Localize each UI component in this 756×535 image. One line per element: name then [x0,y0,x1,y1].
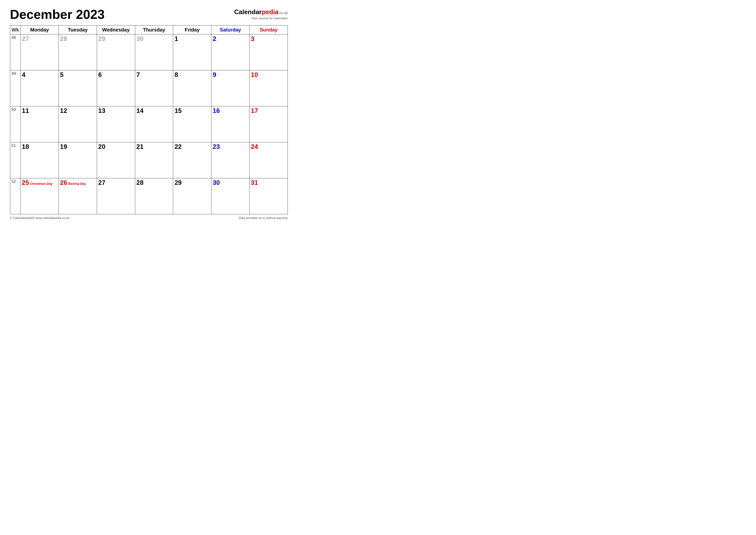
holiday-label: Christmas Day [30,182,53,185]
col-header-friday: Friday [173,26,211,35]
day-number: 28 [60,36,67,42]
day-cell: 4 [20,70,59,106]
col-header-thursday: Thursday [135,26,173,35]
day-cell: 30 [211,178,249,214]
day-cell: 8 [173,70,211,106]
day-cell: 12 [59,106,97,142]
day-cell: 13 [97,106,135,142]
day-cell: 29 [173,178,211,214]
day-cell: 27 [97,178,135,214]
day-cell: 7 [135,70,173,106]
day-cell: 28 [135,178,173,214]
holiday-label: Boxing Day [68,182,86,185]
day-cell: 16 [211,106,249,142]
logo-url: .co.uk [278,11,288,15]
col-header-tuesday: Tuesday [59,26,97,35]
footer: © Calendarpedia® www.calendarpedia.co.uk… [10,216,288,220]
day-number: 16 [213,107,220,114]
day-cell: 29 [97,35,135,70]
logo: Calendarpedia.co.uk Your source for cale… [234,8,288,20]
day-cell: 19 [59,142,97,178]
day-cell: 28 [59,35,97,70]
day-number: 27 [98,179,105,186]
day-cell: 6 [97,70,135,106]
day-cell: 25Christmas Day [20,178,59,214]
day-number: 23 [213,143,220,150]
col-header-saturday: Saturday [211,26,249,35]
day-number: 4 [22,71,25,78]
day-cell: 31 [249,178,288,214]
week-number: 52 [10,178,20,214]
calendar: Wk Monday Tuesday Wednesday Thursday Fri… [10,25,288,214]
day-number: 29 [98,36,105,42]
day-number: 27 [22,36,29,42]
col-header-monday: Monday [20,26,59,35]
day-number: 24 [251,143,258,150]
day-number: 15 [174,107,182,114]
day-number: 19 [60,143,67,150]
day-cell: 14 [135,106,173,142]
day-number: 14 [136,107,144,114]
day-cell: 18 [20,142,59,178]
day-cell: 1 [173,35,211,70]
day-number: 17 [251,107,258,114]
col-header-wednesday: Wednesday [97,26,135,35]
day-number: 20 [98,143,105,150]
week-number: 48 [10,35,20,70]
day-number: 22 [174,143,182,150]
day-number: 18 [22,143,29,150]
col-header-sunday: Sunday [249,26,288,35]
day-number: 29 [174,179,182,186]
day-number: 11 [22,107,29,114]
day-cell: 20 [97,142,135,178]
day-cell: 10 [249,70,288,106]
day-cell: 24 [249,142,288,178]
logo-brand: pedia [262,8,278,15]
day-cell: 2 [211,35,249,70]
day-cell: 5 [59,70,97,106]
day-number: 2 [213,36,216,42]
week-number: 49 [10,70,20,106]
day-cell: 3 [249,35,288,70]
day-cell: 30 [135,35,173,70]
disclaimer: Data provided 'as is' without warranty [239,216,288,220]
logo-sub: Your source for calendars [234,16,288,20]
day-cell: 21 [135,142,173,178]
day-number: 28 [136,179,144,186]
day-number: 13 [98,107,105,114]
week-number: 51 [10,142,20,178]
day-number: 8 [174,71,178,78]
month-title: December 2023 [10,8,105,21]
day-number: 26 [60,179,67,186]
header: December 2023 Calendarpedia.co.uk Your s… [10,8,288,21]
day-number: 6 [98,71,102,78]
day-number: 12 [60,107,67,114]
day-cell: 26Boxing Day [59,178,97,214]
logo-main: Calendarpedia.co.uk [234,8,288,16]
week-number: 50 [10,106,20,142]
day-number: 30 [136,36,144,42]
day-cell: 23 [211,142,249,178]
day-number: 10 [251,71,258,78]
day-number: 3 [251,36,254,42]
day-cell: 17 [249,106,288,142]
day-cell: 9 [211,70,249,106]
day-number: 7 [136,71,140,78]
day-cell: 27 [20,35,59,70]
day-number: 31 [251,179,258,186]
day-number: 30 [213,179,220,186]
day-number: 1 [174,36,178,42]
day-cell: 22 [173,142,211,178]
day-number: 5 [60,71,64,78]
day-number: 9 [213,71,216,78]
day-number: 25 [22,179,29,186]
col-header-wk: Wk [10,26,20,35]
copyright: © Calendarpedia® www.calendarpedia.co.uk [10,216,69,220]
day-cell: 15 [173,106,211,142]
day-number: 21 [136,143,144,150]
day-cell: 11 [20,106,59,142]
